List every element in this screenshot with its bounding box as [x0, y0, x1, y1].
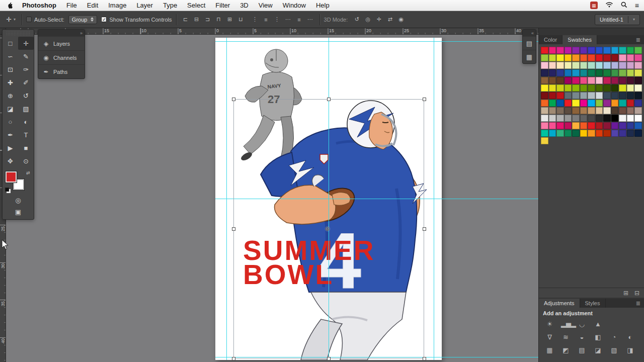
color-swatch[interactable]	[541, 77, 548, 84]
rectangle-tool[interactable]: ■	[18, 141, 34, 154]
color-swatch[interactable]	[603, 107, 611, 114]
color-swatch[interactable]	[634, 130, 642, 137]
auto-select-control[interactable]: Auto-Select:	[26, 17, 64, 23]
color-swatch[interactable]	[549, 62, 556, 69]
adj-photo-filter[interactable]: ◔	[609, 333, 619, 341]
color-swatch[interactable]	[603, 122, 611, 129]
color-swatch[interactable]	[611, 122, 619, 129]
menubar-extra-icon[interactable]: ▦	[590, 2, 598, 9]
color-swatch[interactable]	[619, 107, 626, 114]
brush-tool[interactable]: ✐	[18, 76, 34, 89]
color-swatch[interactable]	[565, 130, 572, 137]
color-swatch[interactable]	[580, 84, 588, 92]
adj-posterize[interactable]: ▤	[577, 346, 587, 354]
color-swatch[interactable]	[611, 77, 619, 84]
color-swatch[interactable]	[556, 115, 564, 122]
color-swatch[interactable]	[603, 84, 611, 92]
menu-3d[interactable]: 3D	[235, 2, 254, 9]
color-swatch[interactable]	[580, 107, 588, 114]
menu-help[interactable]: Help	[311, 2, 335, 9]
color-swatch[interactable]	[556, 130, 564, 137]
color-swatch[interactable]	[603, 92, 611, 99]
color-swatch[interactable]	[580, 122, 588, 129]
color-swatch[interactable]	[619, 77, 626, 84]
color-swatch[interactable]	[549, 122, 556, 129]
color-swatch[interactable]	[603, 62, 611, 69]
align-bottom-edges-button[interactable]: ⊔	[236, 15, 246, 24]
color-swatch[interactable]	[603, 100, 611, 107]
color-swatch[interactable]	[627, 92, 634, 99]
color-swatch[interactable]	[611, 54, 619, 61]
color-swatch[interactable]	[611, 107, 619, 114]
menu-type[interactable]: Type	[158, 2, 182, 9]
transform-handle-bottom-left[interactable]	[232, 357, 235, 360]
color-swatch[interactable]	[627, 107, 634, 114]
color-swatch[interactable]	[549, 100, 556, 107]
color-swatch[interactable]	[541, 54, 548, 61]
delete-swatch-icon[interactable]: ⊟	[634, 290, 639, 297]
dock-header[interactable]: »	[38, 30, 85, 36]
color-swatch[interactable]	[588, 47, 595, 54]
color-swatch[interactable]	[541, 69, 548, 76]
color-swatch[interactable]	[596, 122, 603, 129]
foreground-color-chip[interactable]	[6, 171, 17, 183]
pen-tool[interactable]: ✒	[3, 128, 18, 141]
align-right-edges-button[interactable]: ⊐	[203, 15, 213, 24]
transform-handle-top-center[interactable]	[327, 98, 331, 101]
color-swatch[interactable]	[556, 54, 564, 61]
color-swatch[interactable]	[603, 130, 611, 137]
adj-levels[interactable]: ▂▅▂	[561, 320, 571, 328]
color-swatch[interactable]	[611, 69, 619, 76]
color-swatch[interactable]	[588, 115, 595, 122]
color-swatch[interactable]	[627, 47, 634, 54]
lasso-tool[interactable]: ∽	[3, 50, 18, 63]
align-left-edges-button[interactable]: ⊏	[181, 15, 191, 24]
color-swatch[interactable]	[619, 115, 626, 122]
eraser-tool[interactable]: ◪	[3, 102, 18, 115]
menu-file[interactable]: File	[61, 2, 82, 9]
color-swatch[interactable]	[627, 77, 634, 84]
color-swatch[interactable]	[580, 54, 588, 61]
color-swatch[interactable]	[541, 84, 548, 92]
3d-roll-button[interactable]: ◎	[363, 15, 373, 24]
color-swatch[interactable]	[611, 130, 619, 137]
color-swatch[interactable]	[580, 69, 588, 76]
panel-menu-icon[interactable]: ≣	[632, 299, 644, 308]
rectangular-marquee-tool[interactable]: □	[3, 37, 18, 50]
panel-grip[interactable]	[6, 31, 30, 36]
paths-panel-button[interactable]: ✒ Paths	[38, 64, 85, 78]
color-swatch[interactable]	[611, 62, 619, 69]
adj-exposure[interactable]: ▲	[593, 320, 603, 328]
color-swatch[interactable]	[588, 92, 595, 99]
distribute-bottom-edges-button[interactable]: ⋮	[272, 15, 282, 24]
menu-select[interactable]: Select	[182, 2, 210, 9]
color-swatch[interactable]	[596, 115, 603, 122]
color-swatch[interactable]	[572, 84, 580, 92]
tab-swatches[interactable]: Swatches	[562, 35, 597, 44]
color-swatch[interactable]	[541, 122, 548, 129]
color-swatch[interactable]	[549, 69, 556, 76]
dodge-tool[interactable]: ◐	[18, 115, 34, 128]
color-swatch[interactable]	[580, 92, 588, 99]
document-switcher[interactable]: Untitled-1 ▾	[595, 14, 640, 25]
blur-tool[interactable]: ○	[3, 115, 18, 128]
color-swatch[interactable]	[565, 47, 572, 54]
auto-select-scope-dropdown[interactable]: Group	[68, 15, 98, 24]
menu-edit[interactable]: Edit	[82, 2, 103, 9]
color-swatch[interactable]	[588, 77, 595, 84]
tool-preset-picker[interactable]: ✛ ▾	[4, 15, 18, 24]
color-swatch[interactable]	[580, 62, 588, 69]
color-swatch[interactable]	[588, 84, 595, 92]
color-swatch[interactable]	[634, 54, 642, 61]
collapsed-panel-button-1[interactable]: ▤	[523, 36, 536, 50]
align-top-edges-button[interactable]: ⊓	[214, 15, 224, 24]
color-swatch[interactable]	[619, 69, 626, 76]
color-swatch[interactable]	[603, 115, 611, 122]
color-swatch[interactable]	[556, 77, 564, 84]
color-swatch[interactable]	[572, 115, 580, 122]
wifi-icon[interactable]	[605, 2, 613, 9]
color-swatch[interactable]	[619, 92, 626, 99]
color-swatch[interactable]	[634, 62, 642, 69]
color-swatch[interactable]	[596, 84, 603, 92]
panel-menu-icon[interactable]: ≣	[632, 35, 644, 44]
